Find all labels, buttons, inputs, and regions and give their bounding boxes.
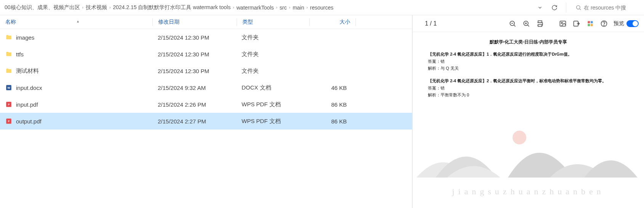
watermark-text: jiangsuzhuanzhuanben (413, 187, 644, 197)
search-input[interactable] (584, 5, 637, 11)
question-explain: 解析：平衡常数不为 0 (428, 91, 629, 99)
preview-toggle[interactable]: 预览 (614, 20, 639, 27)
page-indicator: 1 / 1 (425, 20, 437, 27)
file-type: DOCX 文档 (236, 84, 309, 91)
svg-text:P: P (8, 103, 10, 106)
chevron-down-icon[interactable] (535, 2, 545, 13)
svg-rect-20 (588, 21, 590, 23)
question-answer: 答案：错 (428, 85, 629, 92)
svg-text:P: P (8, 120, 10, 123)
question-answer: 答案：错 (428, 58, 629, 65)
breadcrumb-item[interactable]: resources (309, 4, 335, 11)
chevron-right-icon: › (109, 5, 111, 10)
folder-icon (5, 51, 12, 58)
divider (356, 18, 356, 26)
question-block: 【无机化学 2-4 氧化还原反应】2．氧化还原反应达平衡时，标准电动势和标准平衡… (428, 77, 629, 99)
toolbar-right (535, 2, 641, 13)
print-icon[interactable] (536, 19, 544, 28)
question-title: 【无机化学 2-4 氧化还原反应】2．氧化还原反应达平衡时，标准电动势和标准平衡… (428, 77, 629, 85)
address-bar: 00核心知识、成果、视频产出区›技术视频›2024.2.15 自制默默学打水印工… (0, 0, 644, 15)
file-name-cell: Winput.docx (0, 84, 152, 91)
file-name: 测试材料 (16, 67, 39, 75)
column-type[interactable]: 类型 (237, 19, 309, 26)
svg-point-25 (604, 25, 604, 25)
toggle-switch-on[interactable] (626, 20, 639, 27)
file-name: input.docx (16, 85, 42, 91)
breadcrumb-item[interactable]: watermarkTools (235, 4, 275, 11)
file-row[interactable]: Winput.docx2/15/2024 9:32 AMDOCX 文档46 KB (0, 79, 412, 96)
breadcrumb-item[interactable]: 技术视频 (84, 3, 109, 12)
svg-line-1 (580, 9, 581, 10)
svg-point-26 (513, 131, 526, 144)
export-icon[interactable] (572, 19, 581, 28)
pdf-icon: P (5, 101, 12, 108)
file-type: WPS PDF 文档 (236, 101, 309, 108)
search-box[interactable] (572, 3, 641, 12)
svg-rect-22 (588, 24, 590, 26)
doc-title: 默默学-化工大类-日日练-内部学员专享 (428, 39, 629, 45)
chevron-right-icon: › (233, 5, 234, 10)
chevron-right-icon: › (276, 5, 277, 10)
column-name[interactable]: 名称 ▲ (0, 19, 152, 26)
file-date: 2/15/2024 2:27 PM (152, 118, 236, 125)
svg-rect-16 (538, 24, 542, 26)
folder-icon (5, 67, 12, 74)
column-size[interactable]: 大小 (310, 19, 356, 26)
svg-point-18 (561, 22, 562, 23)
file-date: 2/15/2024 12:30 PM (152, 34, 236, 41)
breadcrumb-item[interactable]: main (291, 4, 306, 11)
zoom-out-icon[interactable] (508, 19, 517, 28)
folder-icon (5, 34, 12, 41)
file-row[interactable]: Pinput.pdf2/15/2024 2:26 PMWPS PDF 文档86 … (0, 96, 412, 113)
file-date: 2/15/2024 12:30 PM (152, 51, 236, 58)
file-list-area: 名称 ▲ 修改日期 类型 大小 images2/15/2024 12:30 PM… (0, 15, 412, 208)
columns-header[interactable]: 名称 ▲ 修改日期 类型 大小 (0, 15, 412, 29)
file-date: 2/15/2024 2:26 PM (152, 101, 236, 108)
svg-rect-23 (591, 24, 593, 26)
chevron-right-icon: › (306, 5, 308, 10)
column-name-label: 名称 (5, 19, 16, 26)
file-name: input.pdf (16, 101, 38, 108)
question-block: 【无机化学 2-4 氧化还原反应】1．氧化还原反应进行的程度取决于DrGm值。答… (428, 51, 629, 72)
pdf-icon: P (5, 118, 12, 125)
preview-document: 默默学-化工大类-日日练-内部学员专享 【无机化学 2-4 氧化还原反应】1．氧… (413, 32, 644, 208)
file-row[interactable]: images2/15/2024 12:30 PM文件夹 (0, 29, 412, 46)
file-type: 文件夹 (236, 51, 309, 58)
file-size: 86 KB (309, 118, 354, 125)
zoom-in-icon[interactable] (522, 19, 530, 28)
file-size: 86 KB (309, 101, 354, 108)
apps-icon[interactable] (586, 19, 594, 28)
svg-point-0 (577, 5, 580, 9)
help-icon[interactable] (600, 19, 608, 28)
file-row[interactable]: Poutput.pdf2/15/2024 2:27 PMWPS PDF 文档86… (0, 113, 412, 130)
file-type: WPS PDF 文档 (236, 118, 309, 125)
file-name: ttfs (16, 51, 24, 58)
file-row[interactable]: 测试材料2/15/2024 12:30 PM文件夹 (0, 62, 412, 79)
preview-pane: 1 / 1 预览 默默学-化工大类-日日练-内部学员专享 【无机化学 2-4 氧… (412, 15, 644, 208)
divider (566, 3, 566, 13)
column-date[interactable]: 修改日期 (153, 19, 237, 26)
breadcrumb[interactable]: 00核心知识、成果、视频产出区›技术视频›2024.2.15 自制默默学打水印工… (3, 3, 532, 12)
image-icon[interactable] (559, 19, 567, 28)
file-type: 文件夹 (236, 34, 309, 41)
question-explain: 解析：与 Q 无关 (428, 65, 629, 72)
chevron-right-icon: › (82, 5, 83, 10)
file-row[interactable]: ttfs2/15/2024 12:30 PM文件夹 (0, 46, 412, 62)
file-type: 文件夹 (236, 67, 309, 75)
file-list[interactable]: images2/15/2024 12:30 PM文件夹ttfs2/15/2024… (0, 29, 412, 208)
file-name-cell: Poutput.pdf (0, 118, 152, 125)
svg-line-14 (528, 25, 529, 26)
preview-toolbar: 1 / 1 预览 (413, 15, 644, 32)
breadcrumb-item[interactable]: 2024.2.15 自制默默学打水印工具 watermark tools (111, 3, 232, 12)
breadcrumb-item[interactable]: src (278, 4, 288, 11)
file-name-cell: images (0, 34, 152, 41)
svg-rect-21 (591, 21, 593, 23)
breadcrumb-item[interactable]: 00核心知识、成果、视频产出区 (3, 3, 82, 12)
refresh-icon[interactable] (549, 2, 560, 13)
preview-toggle-label: 预览 (614, 20, 624, 27)
svg-text:W: W (7, 86, 10, 90)
chevron-right-icon: › (289, 5, 290, 10)
file-name: output.pdf (16, 118, 42, 125)
file-date: 2/15/2024 9:32 AM (152, 85, 236, 91)
search-icon (575, 5, 582, 11)
